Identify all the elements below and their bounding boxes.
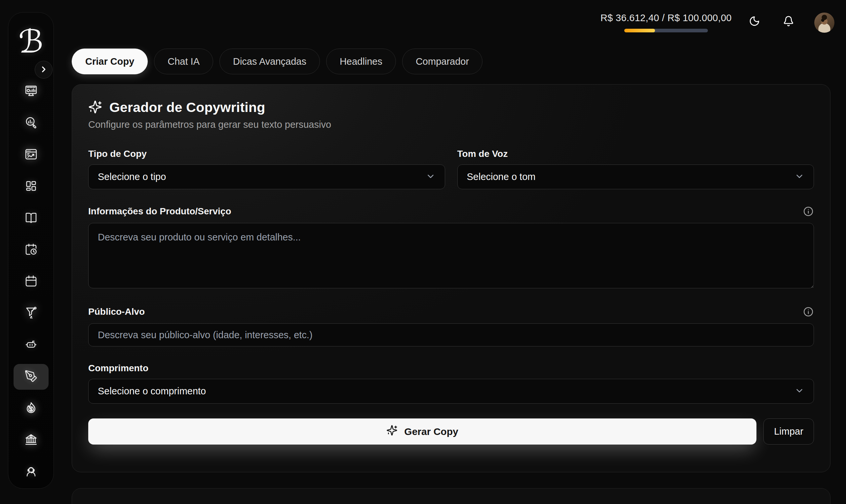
- sidebar-item-copywriting[interactable]: [14, 364, 49, 390]
- book-open-icon: [24, 211, 38, 226]
- calendar-clock-icon: [24, 243, 38, 257]
- support-agent-icon: [24, 465, 38, 479]
- tipo-de-copy-label: Tipo de Copy: [88, 149, 445, 159]
- sidebar-item-dashboard[interactable]: [14, 78, 49, 104]
- publico-alvo-input[interactable]: [88, 323, 814, 346]
- tab-dicas-avancadas[interactable]: Dicas Avançadas: [219, 49, 320, 74]
- sidebar-item-calendar[interactable]: [14, 269, 49, 294]
- sidebar-item-library[interactable]: [14, 205, 49, 231]
- flame-dollar-icon: [24, 401, 38, 416]
- balance-widget: R$ 36.612,40 / R$ 100.000,00: [600, 13, 732, 32]
- browser-analytics-icon: [24, 148, 38, 162]
- sidebar-item-support[interactable]: [14, 459, 49, 485]
- tom-de-voz-select[interactable]: Selecione o tom: [457, 164, 814, 189]
- sidebar-item-reports[interactable]: [14, 142, 49, 168]
- chevron-down-icon: [794, 386, 804, 397]
- bell-icon: [783, 16, 794, 28]
- chevron-right-icon: [39, 65, 48, 75]
- pen-tool-icon: [24, 370, 38, 384]
- sidebar-nav: [14, 78, 49, 485]
- bot-icon: [24, 338, 38, 353]
- sidebar-item-research[interactable]: [14, 110, 49, 136]
- page-title: Gerador de Copywriting: [109, 100, 265, 115]
- progress-fill: [624, 29, 655, 32]
- sparkles-icon: [386, 425, 398, 438]
- informacoes-produto-textarea[interactable]: [88, 223, 814, 288]
- sidebar-item-bank[interactable]: [14, 427, 49, 453]
- tab-chat-ia[interactable]: Chat IA: [154, 49, 213, 74]
- calendar-icon: [24, 274, 38, 289]
- tab-criar-copy[interactable]: Criar Copy: [72, 49, 148, 74]
- tom-de-voz-label: Tom de Voz: [457, 149, 814, 159]
- sparkles-icon: [88, 100, 102, 115]
- comprimento-label: Comprimento: [88, 363, 814, 374]
- informacoes-produto-label: Informações do Produto/Serviço: [88, 206, 231, 217]
- balance-progress-track: [624, 29, 708, 32]
- info-icon[interactable]: [803, 306, 814, 318]
- tom-de-voz-value: Selecione o tom: [467, 172, 536, 182]
- market-search-icon: [24, 116, 38, 130]
- comprimento-select[interactable]: Selecione o comprimento: [88, 379, 814, 403]
- generator-form: Tipo de Copy Selecione o tipo Tom de Voz…: [88, 149, 814, 445]
- limpar-button[interactable]: Limpar: [763, 418, 814, 445]
- moon-icon: [749, 16, 760, 28]
- sidebar-item-apps[interactable]: [14, 174, 49, 199]
- sidebar-item-schedule[interactable]: [14, 237, 49, 263]
- main-tabs: Criar Copy Chat IA Dicas Avançadas Headl…: [72, 49, 482, 74]
- tab-headlines[interactable]: Headlines: [326, 49, 396, 74]
- comprimento-value: Selecione o comprimento: [98, 386, 206, 397]
- theme-toggle-button[interactable]: [746, 14, 762, 30]
- sidebar-item-funnel[interactable]: [14, 301, 49, 326]
- chevron-down-icon: [426, 172, 436, 183]
- tab-comparador[interactable]: Comparador: [402, 49, 482, 74]
- tipo-de-copy-value: Selecione o tipo: [98, 172, 166, 182]
- copy-generator-card: Gerador de Copywriting Configure os parâ…: [72, 84, 830, 472]
- sidebar-expand-button[interactable]: [35, 61, 53, 78]
- gerar-copy-button[interactable]: Gerar Copy: [88, 418, 756, 445]
- gerar-copy-label: Gerar Copy: [404, 426, 458, 437]
- funnel-icon: [24, 306, 38, 321]
- user-avatar[interactable]: [814, 13, 834, 33]
- sidebar: ℬ: [8, 12, 54, 489]
- results-card: [72, 488, 830, 504]
- brand-logo: ℬ: [18, 22, 43, 61]
- info-icon[interactable]: [803, 206, 814, 217]
- card-header: Gerador de Copywriting: [88, 100, 814, 115]
- tipo-de-copy-select[interactable]: Selecione o tipo: [88, 164, 445, 189]
- dashboard-monitor-icon: [24, 84, 38, 99]
- balance-text: R$ 36.612,40 / R$ 100.000,00: [600, 13, 732, 23]
- chevron-down-icon: [794, 172, 804, 183]
- sidebar-item-bot[interactable]: [14, 332, 49, 358]
- publico-alvo-label: Público-Alvo: [88, 306, 145, 317]
- bank-icon: [24, 433, 38, 448]
- sidebar-item-sales[interactable]: [14, 396, 49, 421]
- page-subtitle: Configure os parâmetros para gerar seu t…: [88, 119, 814, 130]
- apps-grid-icon: [24, 179, 38, 194]
- notifications-button[interactable]: [780, 14, 796, 30]
